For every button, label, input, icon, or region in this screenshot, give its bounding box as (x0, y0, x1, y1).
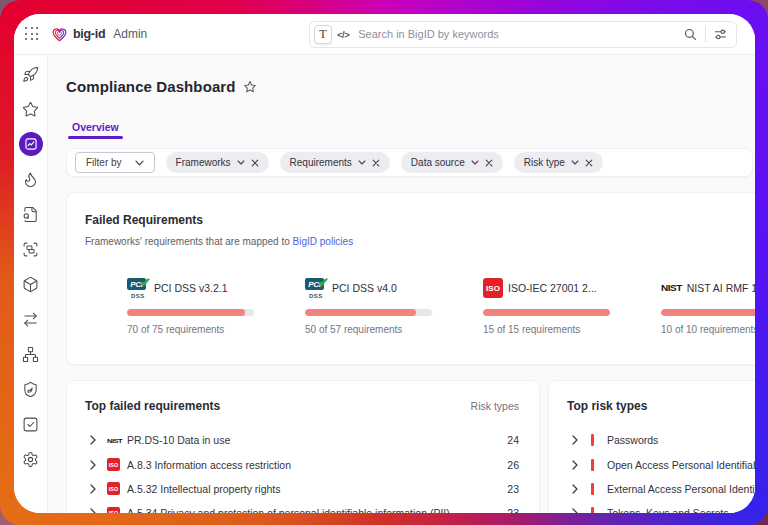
cube-icon (22, 276, 39, 293)
nist-logo: NIST (661, 283, 682, 292)
iso-logo: ISO (483, 278, 503, 298)
search-icon[interactable] (683, 27, 698, 42)
sidebar-item-hierarchy[interactable] (20, 343, 42, 365)
chevron-right-icon[interactable] (90, 435, 96, 445)
filter-by-dropdown[interactable]: Filter by (75, 152, 155, 173)
row-logo (591, 483, 605, 495)
bigid-policies-link[interactable]: BigID policies (293, 236, 354, 247)
filter-chip-requirements[interactable]: Requirements (280, 152, 390, 173)
chevron-down-icon[interactable] (237, 160, 245, 165)
main-content: Compliance Dashboard Overview Filter by (48, 55, 755, 513)
search-input[interactable]: Search in BigID by keywords (358, 28, 683, 40)
framework-tile[interactable]: ISO ISO-IEC 27001 2... 15 of 15 requirem… (483, 276, 610, 335)
progress-fill (305, 309, 416, 316)
chevron-right-icon[interactable] (90, 484, 96, 494)
close-icon[interactable] (585, 159, 593, 167)
chevron-down-icon[interactable] (571, 160, 579, 165)
iso-logo: ISO (107, 458, 120, 471)
progress-bar (305, 309, 432, 316)
row-logo: ISO (107, 458, 121, 471)
frameworks-grid: PCI✔DSS PCI DSS v3.2.1 70 of 75 requirem… (85, 276, 755, 335)
card-header: Top risk types (567, 399, 755, 413)
row-expand-chevron[interactable] (90, 435, 98, 445)
chevron-right-icon[interactable] (572, 484, 578, 494)
chevron-down-icon[interactable] (358, 160, 366, 165)
table-row[interactable]: Tokens, Keys and Secrets (567, 501, 755, 513)
sidebar-item-rocket[interactable] (20, 63, 42, 85)
table-row[interactable]: NIST PR.DS-10 Data in use 24 (85, 428, 519, 452)
table-row[interactable]: Open Access Personal Identifiable Inform… (567, 452, 755, 476)
progress-bar (483, 309, 610, 316)
framework-tile[interactable]: PCI✔DSS PCI DSS v3.2.1 70 of 75 requirem… (127, 276, 254, 335)
sidebar-item-data[interactable] (20, 273, 42, 295)
risk-type-bar-icon (591, 483, 594, 495)
row-expand-chevron[interactable] (572, 435, 580, 445)
sidebar-item-classification[interactable] (20, 238, 42, 260)
chevron-right-icon[interactable] (572, 460, 578, 470)
progress-fill (127, 309, 245, 316)
progress-bar (661, 309, 755, 316)
failed-requirements-subtitle: Frameworks' requirements that are mapped… (85, 236, 755, 247)
table-row[interactable]: ISO A.5.32 Intellectual property rights … (85, 477, 519, 501)
table-row[interactable]: ISO A.5.34 Privacy and protection of per… (85, 501, 519, 513)
app-launcher-grid-icon[interactable] (25, 27, 39, 41)
sidebar-item-catalog[interactable] (20, 203, 42, 225)
star-icon (22, 101, 39, 118)
check-icon: ✔ (140, 276, 151, 289)
framework-tile[interactable]: PCI✔DSS PCI DSS v4.0 50 of 57 requiremen… (305, 276, 432, 335)
framework-tile[interactable]: NIST NIST AI RMF 1.0 10 of 10 requiremen… (661, 276, 755, 335)
transfer-arrows-icon (22, 311, 39, 328)
sidebar-item-transfer[interactable] (20, 308, 42, 330)
table-row[interactable]: ISO A.8.3 Information access restriction… (85, 452, 519, 476)
row-logo: ISO (107, 507, 121, 513)
close-icon[interactable] (251, 159, 259, 167)
sidebar-nav (14, 55, 48, 513)
search-divider (705, 26, 706, 42)
filter-chip-risk-type[interactable]: Risk type (514, 152, 603, 173)
logo-wordmark: big-id (73, 27, 105, 41)
chevron-right-icon[interactable] (90, 460, 96, 470)
sidebar-item-activity[interactable] (20, 168, 42, 190)
progress-fill (661, 309, 755, 316)
framework-header: NIST NIST AI RMF 1.0 (661, 276, 755, 300)
hierarchy-icon (22, 346, 39, 363)
close-icon[interactable] (372, 159, 380, 167)
search-text-mode-button[interactable]: T (314, 25, 332, 44)
sidebar-item-favorites[interactable] (20, 98, 42, 120)
framework-header: PCI✔DSS PCI DSS v3.2.1 (127, 276, 254, 300)
app-window: big-id Admin T </> Search in BigID by ke… (14, 14, 755, 513)
chevron-right-icon[interactable] (572, 508, 578, 513)
star-favorite-icon[interactable] (243, 80, 257, 94)
global-search-bar[interactable]: T </> Search in BigID by keywords (309, 21, 737, 48)
chevron-right-icon[interactable] (572, 435, 578, 445)
advanced-search-sliders-icon[interactable] (713, 27, 728, 42)
bigid-logo[interactable]: big-id Admin (51, 26, 147, 43)
sidebar-item-dashboard-active[interactable] (19, 132, 43, 156)
iso-logo: ISO (107, 507, 120, 513)
sidebar-item-privacy[interactable] (20, 378, 42, 400)
sidebar-item-settings[interactable] (20, 448, 42, 470)
shield-leaf-icon (22, 381, 39, 398)
chevron-right-icon[interactable] (90, 508, 96, 513)
sidebar-item-tasks[interactable] (20, 413, 42, 435)
close-icon[interactable] (485, 159, 493, 167)
topbar: big-id Admin T </> Search in BigID by ke… (14, 14, 755, 55)
table-row[interactable]: Passwords (567, 428, 755, 452)
tab-overview[interactable]: Overview (68, 121, 123, 139)
gear-icon (22, 451, 39, 468)
pci-dss-logo: PCI✔DSS (127, 277, 149, 299)
row-expand-chevron[interactable] (90, 508, 98, 513)
search-code-mode-button[interactable]: </> (337, 29, 349, 40)
filter-chip-frameworks[interactable]: Frameworks (166, 152, 269, 173)
chevron-down-icon[interactable] (471, 160, 479, 165)
progress-bar (127, 309, 254, 316)
check-icon: ✔ (318, 276, 329, 289)
row-expand-chevron[interactable] (572, 484, 580, 494)
row-expand-chevron[interactable] (90, 460, 98, 470)
bigid-heart-fingerprint-logo (51, 26, 68, 43)
row-expand-chevron[interactable] (90, 484, 98, 494)
row-expand-chevron[interactable] (572, 460, 580, 470)
filter-chip-data-source[interactable]: Data source (401, 152, 503, 173)
row-expand-chevron[interactable] (572, 508, 580, 513)
table-row[interactable]: External Access Personal Identifiable In… (567, 477, 755, 501)
